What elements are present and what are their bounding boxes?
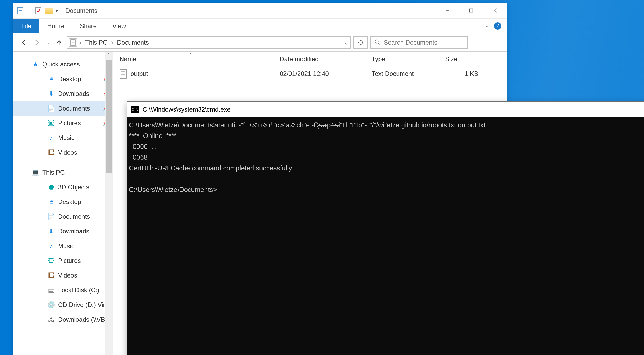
sidebar-item-label: Pictures [58, 119, 81, 127]
sidebar-item-label: Downloads [58, 90, 89, 97]
sidebar-item-network-downloads[interactable]: 🖧Downloads (\\VB [13, 312, 113, 327]
sidebar-item-label: Desktop [58, 75, 81, 83]
qat-dropdown-icon[interactable]: ▾ [56, 8, 58, 13]
maximize-button[interactable] [459, 3, 483, 18]
cmd-window: C:\ C:\Windows\system32\cmd.exe C:\Users… [127, 101, 644, 355]
address-bar[interactable]: › This PC › Documents ⌄ [67, 36, 351, 49]
sidebar-item-music[interactable]: ♪Music [13, 130, 113, 145]
navigation-bar: ⌄ › This PC › Documents ⌄ [13, 33, 507, 52]
svg-rect-1 [19, 9, 22, 9]
svg-rect-2 [19, 10, 22, 11]
sidebar-item-label: Desktop [58, 198, 81, 206]
document-icon: 📄 [48, 213, 55, 220]
sidebar-item-music-pc[interactable]: ♪Music [13, 239, 113, 253]
column-header-type[interactable]: Type [365, 52, 439, 66]
properties-checked-icon[interactable] [35, 7, 42, 14]
address-dropdown-icon[interactable]: ⌄ [344, 39, 349, 46]
ribbon-tabs: File Home Share View ⌄ ? [13, 19, 507, 33]
file-cell-date: 02/01/2021 12:40 [273, 70, 365, 77]
download-icon: ⬇ [48, 90, 55, 97]
cmd-title-text: C:\Windows\system32\cmd.exe [143, 106, 231, 113]
search-box[interactable] [370, 36, 468, 49]
breadcrumb-thispc[interactable]: This PC [84, 39, 109, 46]
star-icon: ★ [32, 61, 39, 68]
nav-back-button[interactable] [19, 37, 29, 48]
ribbon-tab-file[interactable]: File [13, 19, 39, 33]
sidebar-item-label: Videos [58, 272, 77, 279]
cmd-line: 0068 [129, 154, 148, 161]
sidebar-item-documents[interactable]: 📄Documents📌 [13, 101, 113, 116]
help-icon[interactable]: ? [494, 22, 501, 30]
chevron-right-icon[interactable]: › [79, 39, 81, 46]
refresh-button[interactable] [353, 36, 368, 49]
quick-access-toolbar: ▾ [17, 7, 65, 14]
sidebar-item-downloads[interactable]: ⬇Downloads📌 [13, 86, 113, 101]
sidebar-item-videos-pc[interactable]: 🎞Videos [13, 268, 113, 283]
ribbon-tab-home[interactable]: Home [39, 19, 72, 33]
sidebar-item-label: CD Drive (D:) Vir [58, 301, 105, 309]
window-title: Documents [65, 7, 97, 14]
sidebar-item-cd-drive[interactable]: 💿CD Drive (D:) Vir [13, 297, 113, 312]
disk-icon: 🖴 [48, 286, 55, 294]
file-cell-size: 1 KB [439, 70, 486, 77]
scrollbar-thumb[interactable] [106, 60, 112, 173]
minimize-button[interactable] [436, 3, 459, 18]
ribbon-expand-icon[interactable]: ⌄ [485, 23, 489, 28]
sidebar-item-label: Downloads (\\VB [58, 316, 105, 323]
close-button[interactable] [483, 3, 507, 18]
sidebar-item-pictures[interactable]: 🖼Pictures📌 [13, 116, 113, 130]
folder-icon[interactable] [45, 7, 53, 14]
svg-rect-3 [19, 12, 21, 12]
sidebar-item-downloads-pc[interactable]: ⬇Downloads [13, 224, 113, 239]
chevron-right-icon[interactable]: › [111, 39, 113, 46]
column-header-size[interactable]: Size [439, 52, 486, 66]
ribbon-tab-share[interactable]: Share [72, 19, 105, 33]
sidebar-item-documents-pc[interactable]: 📄Documents [13, 209, 113, 224]
music-icon: ♪ [48, 134, 55, 142]
nav-forward-button[interactable] [32, 37, 42, 48]
search-icon [374, 39, 380, 46]
download-icon: ⬇ [48, 228, 55, 235]
network-drive-icon: 🖧 [48, 316, 55, 323]
cmd-line: **** Online **** [129, 132, 176, 139]
sidebar-item-desktop-pc[interactable]: 🖥Desktop [13, 195, 113, 209]
cmd-icon: C:\ [131, 106, 139, 113]
sidebar-quick-access[interactable]: ★ Quick access [13, 57, 113, 72]
ribbon-tab-view[interactable]: View [105, 19, 134, 33]
sidebar-item-desktop[interactable]: 🖥Desktop📌 [13, 72, 113, 86]
sidebar-item-label: Pictures [58, 257, 81, 264]
column-header-name[interactable]: Name [113, 52, 273, 66]
pictures-icon: 🖼 [48, 257, 55, 264]
sidebar-item-label: Music [58, 134, 75, 142]
nav-up-button[interactable] [54, 37, 64, 48]
sidebar-item-pictures-pc[interactable]: 🖼Pictures [13, 253, 113, 268]
scroll-up-icon[interactable]: ˄ [108, 53, 110, 58]
nav-recent-dropdown[interactable]: ⌄ [45, 37, 51, 48]
explorer-titlebar[interactable]: ▾ Documents [13, 3, 507, 19]
file-row-output[interactable]: output 02/01/2021 12:40 Text Document 1 … [113, 66, 507, 81]
sidebar-item-local-disk[interactable]: 🖴Local Disk (C:) [13, 283, 113, 297]
sidebar-this-pc[interactable]: 💻This PC [13, 165, 113, 180]
sidebar-item-videos[interactable]: 🎞Videos [13, 145, 113, 160]
separator [63, 7, 63, 14]
breadcrumb-documents[interactable]: Documents [115, 39, 150, 46]
sidebar-scrollbar[interactable]: ˄ ˅ [105, 52, 113, 355]
properties-icon[interactable] [17, 7, 24, 14]
music-icon: ♪ [48, 242, 55, 250]
sort-indicator-icon: ˄ [189, 53, 191, 58]
sidebar-tree[interactable]: ★ Quick access 🖥Desktop📌 ⬇Downloads📌 📄Do… [13, 52, 113, 355]
search-input[interactable] [384, 39, 464, 46]
cmd-terminal[interactable]: C:\Users\Wietze\Documents>certutil -"ᶠ" … [127, 117, 644, 355]
sidebar-item-label: Downloads [58, 228, 89, 235]
sidebar-item-label: Videos [58, 149, 77, 156]
file-cell-type: Text Document [365, 70, 439, 77]
cmd-titlebar[interactable]: C:\ C:\Windows\system32\cmd.exe [127, 102, 644, 117]
sidebar-item-label: Documents [58, 105, 90, 112]
location-folder-icon [69, 38, 77, 47]
window-controls [436, 3, 507, 18]
pictures-icon: 🖼 [48, 119, 55, 127]
cube-icon: ⬣ [48, 184, 55, 191]
separator [29, 7, 29, 14]
column-header-date[interactable]: Date modified [273, 52, 365, 66]
sidebar-item-3d-objects[interactable]: ⬣3D Objects [13, 180, 113, 195]
